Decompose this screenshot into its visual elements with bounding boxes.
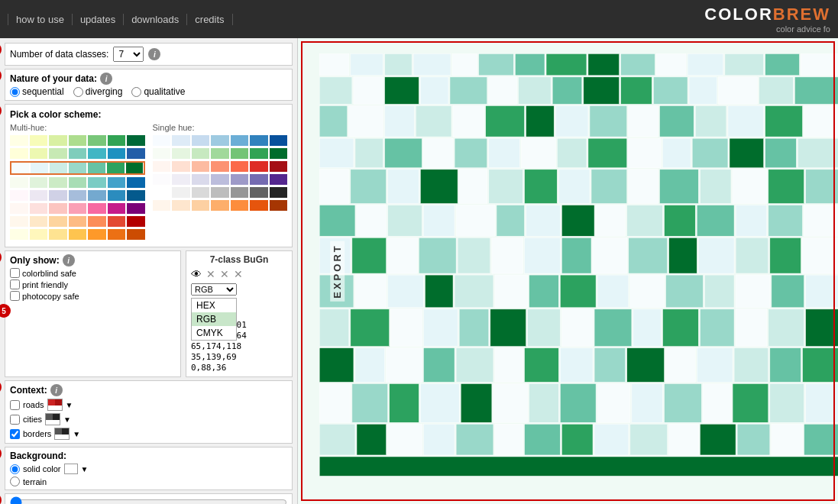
svg-rect-170 [423,424,455,455]
data-classes-info[interactable]: i [148,48,160,60]
brand-name-brew: BREW [773,5,830,24]
radio-solid[interactable] [10,464,20,474]
svg-rect-44 [728,105,764,137]
svg-rect-133 [700,309,734,347]
format-select[interactable]: RGB HEX CMYK [191,283,237,296]
svg-rect-28 [689,77,717,105]
only-show-info[interactable]: i [63,254,75,267]
svg-rect-154 [390,383,419,422]
nav-downloads[interactable]: downloads [124,14,187,25]
scheme-reds[interactable] [153,161,288,172]
nav-updates[interactable]: updates [73,14,124,25]
svg-rect-148 [697,348,733,383]
svg-rect-113 [529,275,559,308]
svg-rect-3 [351,53,383,75]
eye-icon[interactable]: 👁 [191,268,202,280]
data-classes-select[interactable]: 7 3456 89101112 [113,47,144,62]
svg-rect-178 [700,424,736,455]
bg-color-swatch[interactable] [64,464,78,474]
bg-color-arrow[interactable]: ▼ [81,465,89,473]
map-area: EXPORT [298,38,838,504]
option-hex[interactable]: HEX [192,299,236,312]
svg-rect-111 [455,275,493,308]
export-x2-icon[interactable]: ✕ [220,268,229,280]
scheme-greens[interactable] [153,148,288,159]
cities-dropdown-arrow[interactable]: ▼ [63,415,71,424]
context-title: Context: i [10,384,287,396]
roads-color-picker[interactable] [47,399,63,411]
scheme-pubu[interactable] [10,190,145,201]
svg-rect-85 [596,205,626,237]
svg-rect-169 [388,424,422,455]
scheme-rdpu[interactable] [10,203,145,214]
svg-rect-141 [456,348,493,383]
svg-rect-56 [629,138,662,168]
nav-how-to-use[interactable]: how to use [8,14,73,25]
radio-sequential[interactable]: sequential [10,86,64,97]
roads-dropdown-arrow[interactable]: ▼ [66,401,73,409]
transparency-slider[interactable] [10,497,287,504]
svg-rect-173 [525,424,561,455]
svg-rect-122 [319,309,349,347]
color-value-7: 0,88,36 [191,363,287,373]
svg-rect-95 [419,237,456,273]
option-cmyk[interactable]: CMYK [192,326,236,340]
option-rgb[interactable]: RGB [192,312,236,326]
radio-terrain[interactable] [10,477,20,486]
nav-credits[interactable]: credits [187,14,232,25]
svg-rect-166 [806,383,838,422]
cb-cities[interactable] [10,415,20,425]
section-2: Nature of your data: i sequential diverg… [5,69,293,101]
export-vertical-text: EXPORT [330,241,345,301]
label-2: 2 [0,69,2,82]
scheme-blues[interactable] [153,135,288,146]
scheme-oranges[interactable] [153,200,288,211]
context-label: Context: [10,385,47,396]
cb-colorblind[interactable]: colorblind safe [10,268,176,278]
scheme-ylgn[interactable] [10,135,145,146]
svg-rect-157 [493,383,528,422]
label-1: 1 [0,43,2,57]
nav-links: how to use updates downloads credits [8,14,233,25]
svg-rect-153 [352,383,388,422]
cities-color-picker[interactable] [45,413,60,425]
scheme-ylorbr[interactable] [10,229,145,240]
scheme-ylgnbu[interactable] [10,148,145,159]
scheme-greys[interactable] [153,187,288,198]
borders-color-picker[interactable] [54,428,70,440]
scheme-purples[interactable] [153,174,288,185]
svg-rect-68 [525,170,558,204]
scheme-orrd[interactable] [10,216,145,227]
svg-rect-116 [630,275,665,308]
context-roads: roads ▼ [10,399,287,411]
borders-dropdown-arrow[interactable]: ▼ [73,430,80,438]
radio-qualitative[interactable]: qualitative [131,86,185,97]
cb-print[interactable]: print friendly [10,279,176,289]
scheme-buGn-selected[interactable] [10,161,145,175]
svg-rect-149 [734,348,768,383]
svg-rect-65 [420,170,458,204]
svg-rect-48 [355,138,383,168]
svg-rect-16 [801,53,839,75]
svg-rect-8 [515,53,545,75]
cb-roads[interactable] [10,400,20,410]
svg-rect-53 [522,138,556,168]
svg-rect-150 [770,348,801,383]
svg-rect-78 [357,205,387,237]
scheme-bugn2[interactable] [10,177,145,188]
cb-borders[interactable] [10,429,20,439]
borders-label: borders [23,429,51,438]
context-info[interactable]: i [50,384,63,396]
context-cities: cities ▼ [10,413,287,425]
svg-rect-86 [627,205,663,237]
nature-info[interactable]: i [100,73,112,85]
svg-rect-110 [425,275,453,308]
svg-rect-145 [594,348,626,383]
export-x3-icon[interactable]: ✕ [234,268,243,280]
export-x1-icon[interactable]: ✕ [206,268,215,280]
cb-photocopy[interactable]: photocopy safe [10,291,176,301]
svg-rect-124 [391,309,422,347]
radio-diverging[interactable]: diverging [73,86,123,97]
section-3-wrapper: 3 Pick a color scheme: Multi-hue: [5,104,293,247]
svg-rect-61 [798,138,838,168]
